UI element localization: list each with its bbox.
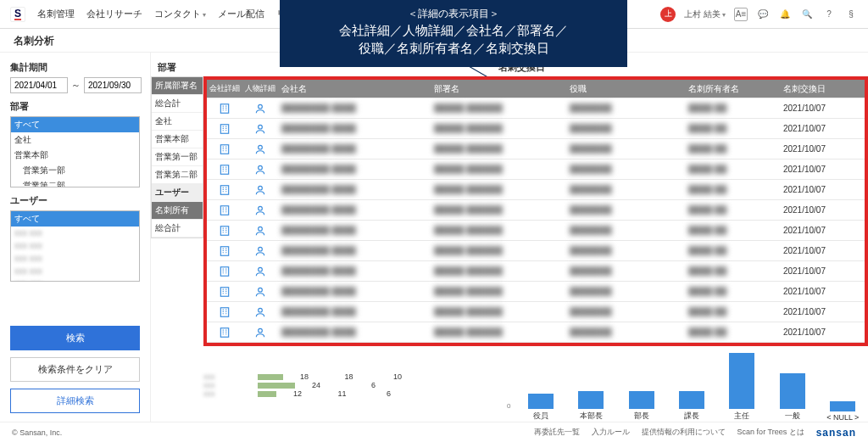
date-to-input[interactable] [84,77,142,93]
user-option[interactable]: xxx xxx [11,265,139,277]
cell-date: 2021/10/07 [770,246,829,255]
dept-option[interactable]: 営業第一部 [11,163,139,178]
date-from-input[interactable] [10,77,68,93]
svg-rect-48 [220,226,228,235]
count-rows: xxx 18 18 10 xxx 24 6 xxx 12 11 6 [203,372,559,422]
user-select[interactable]: すべて xxx xxx xxx xxx xxx xxx xxx xxx xxx … [10,210,140,282]
user-option[interactable]: xxx xxx [11,227,139,239]
person-detail-button[interactable] [242,123,278,135]
count-value: 18 [345,372,353,381]
person-detail-button[interactable] [242,286,278,298]
brand-logo: sansan [816,427,856,439]
nav-item-company-research[interactable]: 会社リサーチ [86,8,142,20]
cell-date: 2021/10/07 [770,205,829,215]
company-detail-button[interactable] [207,266,242,277]
bell-icon[interactable]: 🔔 [778,8,792,21]
dept-tree-row[interactable]: 営業第二部 [152,166,203,184]
dept-tree-row[interactable]: 営業第一部 [152,148,203,166]
company-detail-button[interactable] [207,184,242,196]
company-detail-button[interactable] [207,286,242,298]
person-detail-button[interactable] [242,327,278,338]
cell-owner: ████ ██ [685,144,770,154]
chat-icon[interactable]: 💬 [756,8,770,21]
dept-tree-row[interactable]: 総合計 [152,220,203,238]
person-detail-button[interactable] [242,164,278,176]
user-option[interactable]: xxx xxx [11,277,139,282]
count-bar [258,391,276,397]
user-filter-label: ユーザー [10,194,140,207]
svg-rect-16 [220,144,228,154]
company-detail-button[interactable] [207,103,242,115]
cell-company: ████████ ████ [278,165,431,174]
card-icon[interactable]: A≡ [734,8,748,21]
user-option[interactable]: xxx xxx [11,239,139,252]
person-detail-button[interactable] [242,225,278,237]
cell-company: ████████ ████ [278,266,431,276]
dept-option[interactable]: 営業第二部 [11,178,139,187]
count-value: 6 [371,381,376,389]
company-detail-button[interactable] [207,123,242,135]
dept-tree-header: 名刺所有 [152,202,203,220]
cell-title: ███████ [566,266,685,276]
dept-tree-row[interactable]: 総合計 [152,95,203,113]
svg-rect-56 [220,246,228,255]
svg-point-15 [259,125,263,129]
cell-dept: █████ ██████ [431,287,566,296]
person-detail-button[interactable] [242,306,278,318]
search-icon[interactable]: 🔍 [800,8,814,21]
nav-item-cards[interactable]: 名刺管理 [37,8,75,20]
company-detail-button[interactable] [207,225,242,237]
svg-point-63 [259,247,263,251]
user-option-all[interactable]: すべて [11,211,139,227]
cell-dept: █████ ██████ [431,205,566,215]
dept-option-all[interactable]: すべて [11,117,139,132]
company-detail-button[interactable] [207,306,242,318]
person-detail-button[interactable] [242,103,278,115]
help-icon[interactable]: ? [822,8,836,21]
dept-select[interactable]: すべて 全社 営業本部 営業第一部 営業第二部 [10,116,140,187]
person-detail-button[interactable] [242,245,278,257]
search-button[interactable]: 検索 [10,326,140,350]
count-value: 24 [312,381,320,389]
role-label: 課長 [684,411,699,422]
top-right: 上 上村 結美▾ A≡ 💬 🔔 🔍 ? § [660,7,858,22]
dept-option[interactable]: 営業本部 [11,148,139,163]
dept-tree: 所属部署名 総合計 全社 営業本部 営業第一部 営業第二部 ユーザー 名刺所有 … [151,76,203,238]
company-detail-button[interactable] [207,245,242,257]
center-heading-dept: 部署 [158,61,176,74]
count-bar [258,374,283,380]
footer-link[interactable]: 再委託先一覧 [534,427,580,438]
svg-point-7 [259,104,263,109]
svg-rect-88 [220,327,228,337]
count-value: 18 [300,372,309,381]
cell-title: ███████ [566,226,685,235]
user-option[interactable]: xxx xxx [11,252,139,265]
app-logo[interactable]: S [10,7,25,22]
person-detail-button[interactable] [242,266,278,277]
person-detail-button[interactable] [242,204,278,216]
footer-link[interactable]: Scan for Trees とは [737,427,804,438]
detail-search-button[interactable]: 詳細検索 [10,389,140,413]
dept-option[interactable]: 全社 [11,132,139,148]
person-detail-button[interactable] [242,184,278,196]
company-detail-button[interactable] [207,164,242,176]
company-detail-button[interactable] [207,143,242,155]
person-detail-button[interactable] [242,143,278,155]
company-detail-button[interactable] [207,327,242,338]
clear-button[interactable]: 検索条件をクリア [10,357,140,382]
avatar[interactable]: 上 [660,7,676,22]
cell-title: ███████ [566,124,685,133]
svg-rect-64 [220,266,228,276]
company-detail-button[interactable] [207,204,242,216]
cell-owner: ████ ██ [685,124,770,133]
nav-item-mail[interactable]: メール配信 [218,8,264,20]
people-icon[interactable]: § [844,8,858,21]
footer-link[interactable]: 提供情報の利用について [642,427,726,438]
footer-link[interactable]: 入力ルール [592,427,630,438]
dept-tree-row[interactable]: 全社 [152,113,203,131]
dept-tree-row[interactable]: 営業本部 [152,131,203,148]
svg-point-79 [259,288,263,292]
svg-point-55 [259,227,263,231]
username-dropdown[interactable]: 上村 結美▾ [684,8,726,20]
nav-item-contact[interactable]: コンタクト▾ [154,8,206,20]
